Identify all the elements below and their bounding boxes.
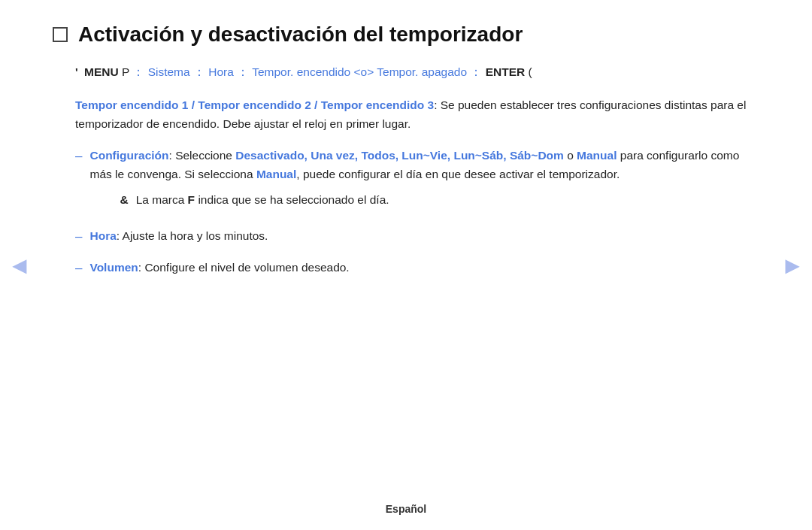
dash-1: – (75, 146, 82, 216)
configuracion-label: Configuración (89, 149, 168, 162)
configuracion-text4: , puede configurar el día en que desee a… (296, 168, 620, 180)
tempor-encendido-label: Tempor. encendido (252, 65, 350, 78)
ampersand-symbol: & (120, 190, 128, 210)
bullet-content-volumen: Volumen: Configure el nivel de volumen d… (89, 258, 752, 279)
title-row: Activación y desactivación del temporiza… (53, 23, 752, 47)
dash-2: – (75, 226, 82, 247)
colon-1: ： (132, 65, 144, 78)
menu-line: ' MENU P ： Sistema ： Hora ： Tempor. ence… (75, 63, 752, 82)
footer-language: Español (386, 503, 426, 515)
hora-label: Hora (208, 65, 234, 78)
page-title: Activación y desactivación del temporiza… (78, 23, 523, 47)
sub-note-text1: La marca (136, 193, 185, 206)
angle-bracket-text: <o> (354, 65, 374, 78)
configuracion-options: Desactivado, Una vez, Todos, Lun~Vie, Lu… (235, 149, 564, 162)
bullet-item-hora: – Hora: Ajuste la hora y los minutos. (75, 226, 752, 247)
bullet-content-hora: Hora: Ajuste la hora y los minutos. (89, 226, 752, 247)
hora-bullet-label: Hora (89, 229, 116, 242)
bullet-content-configuracion: Configuración: Seleccione Desactivado, U… (89, 146, 752, 216)
colon-2: ： (193, 65, 208, 78)
page-container: Activación y desactivación del temporiza… (0, 0, 812, 530)
f-symbol: F (188, 193, 198, 206)
sub-note: & La marca F indica que se ha selecciona… (120, 190, 752, 210)
configuracion-text1: : Seleccione (169, 149, 236, 162)
body-paragraph: Tempor encendido 1 / Tempor encendido 2 … (75, 95, 752, 134)
title-checkbox (53, 27, 68, 42)
volumen-label: Volumen (89, 261, 138, 274)
nav-arrow-right[interactable]: ► (780, 251, 804, 279)
bullet-item-configuracion: – Configuración: Seleccione Desactivado,… (75, 146, 752, 216)
configuracion-text2: o (564, 149, 577, 162)
nav-arrow-left[interactable]: ◄ (8, 251, 32, 279)
dash-3: – (75, 258, 82, 279)
manual-label2: Manual (256, 168, 296, 180)
enter-label: ENTER (486, 65, 526, 78)
colon-3: ： (237, 65, 252, 78)
tick-mark: ' (75, 65, 78, 78)
sistema-label: Sistema (148, 65, 190, 78)
tempor-apagado-label: Tempor. apagado (377, 65, 467, 78)
volumen-text: : Configure el nivel de volumen deseado. (138, 261, 350, 274)
body-heading: Tempor encendido 1 / Tempor encendido 2 … (75, 98, 434, 111)
manual-label1: Manual (577, 149, 617, 162)
paren: ( (529, 65, 532, 78)
sub-note-text: La marca F indica que se ha seleccionado… (136, 190, 389, 210)
bullet-item-volumen: – Volumen: Configure el nivel de volumen… (75, 258, 752, 279)
sub-note-text2: indica que se ha seleccionado el día. (198, 193, 389, 206)
hora-bullet-text: : Ajuste la hora y los minutos. (117, 229, 268, 242)
menu-label: MENU (84, 65, 119, 78)
bullet-list: – Configuración: Seleccione Desactivado,… (75, 146, 752, 279)
menu-p: P (122, 65, 129, 78)
colon-4: ： (470, 65, 485, 78)
